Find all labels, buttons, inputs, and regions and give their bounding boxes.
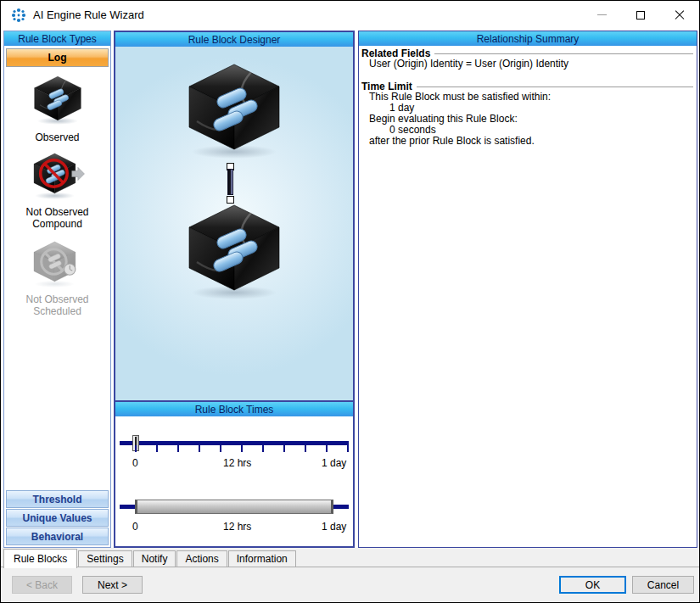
rule-block-types-panel: Rule Block Types Log Observed bbox=[3, 31, 111, 548]
rule-block-cube-2[interactable] bbox=[181, 201, 288, 301]
unique-values-category-button[interactable]: Unique Values bbox=[6, 509, 109, 527]
block-link-connector[interactable] bbox=[225, 163, 237, 204]
time-slider-2-range-bar[interactable] bbox=[135, 500, 333, 514]
observed-cube-icon[interactable] bbox=[31, 74, 85, 126]
close-button[interactable] bbox=[660, 1, 699, 29]
wizard-tabstrip: Rule Blocks Settings Notify Actions Info… bbox=[1, 549, 699, 567]
not-observed-compound-cube-icon[interactable] bbox=[30, 148, 86, 203]
tab-actions[interactable]: Actions bbox=[176, 550, 227, 567]
tab-rule-blocks[interactable]: Rule Blocks bbox=[3, 549, 77, 568]
cancel-button[interactable]: Cancel bbox=[632, 576, 694, 594]
not-observed-compound-label: Not Observed Compound bbox=[17, 206, 98, 230]
title-bar: AI Engine Rule Wizard bbox=[1, 1, 699, 29]
log-category-button[interactable]: Log bbox=[6, 48, 109, 67]
window-title: AI Engine Rule Wizard bbox=[33, 8, 144, 21]
relationship-summary-header: Relationship Summary bbox=[359, 31, 697, 46]
rule-block-designer-header: Rule Block Designer bbox=[115, 32, 353, 47]
maximize-icon bbox=[636, 11, 645, 20]
slider2-label-0: 0 bbox=[132, 522, 138, 532]
related-fields-value: User (Origin) Identity = User (Origin) I… bbox=[369, 59, 568, 70]
back-button[interactable]: < Back bbox=[12, 576, 72, 594]
minimize-icon bbox=[597, 14, 607, 15]
tab-information[interactable]: Information bbox=[228, 550, 296, 567]
threshold-category-button[interactable]: Threshold bbox=[6, 490, 109, 508]
observed-label: Observed bbox=[17, 131, 98, 143]
relationship-summary-panel: Relationship Summary Related Fields User… bbox=[358, 31, 697, 548]
slider1-label-12hrs: 12 hrs bbox=[223, 458, 251, 468]
tab-notify[interactable]: Notify bbox=[133, 550, 176, 567]
rule-block-designer-panel: Rule Block Designer bbox=[114, 31, 355, 548]
next-button[interactable]: Next > bbox=[82, 576, 143, 594]
link-bar[interactable] bbox=[227, 169, 233, 195]
ok-button[interactable]: OK bbox=[559, 576, 626, 594]
minimize-button[interactable] bbox=[582, 1, 621, 29]
rule-block-times-area: 0 12 hrs 1 day 0 12 hrs 1 day bbox=[115, 416, 353, 546]
slider2-label-1day: 1 day bbox=[322, 522, 346, 532]
tab-settings[interactable]: Settings bbox=[78, 550, 132, 567]
slider1-label-0: 0 bbox=[132, 458, 138, 468]
designer-canvas[interactable] bbox=[115, 47, 353, 402]
wizard-bottom-area: Rule Blocks Settings Notify Actions Info… bbox=[1, 548, 699, 602]
heading-rule-line bbox=[417, 87, 693, 88]
time-limit-line-5: after the prior Rule Block is satisfied. bbox=[369, 136, 535, 147]
close-icon bbox=[675, 10, 685, 20]
rule-block-times-header: Rule Block Times bbox=[115, 402, 353, 416]
slider1-label-1day: 1 day bbox=[322, 458, 346, 468]
rule-block-cube-1[interactable] bbox=[181, 60, 288, 160]
maximize-button[interactable] bbox=[621, 1, 660, 29]
heading-rule-line bbox=[434, 53, 693, 55]
not-observed-scheduled-cube-icon bbox=[30, 237, 86, 291]
rule-block-types-header: Rule Block Types bbox=[4, 31, 110, 46]
time-slider-1-ticks bbox=[135, 445, 349, 452]
slider2-label-12hrs: 12 hrs bbox=[223, 522, 251, 532]
logrhythm-logo-icon bbox=[10, 7, 27, 24]
ai-engine-rule-wizard-window: AI Engine Rule Wizard Rule Block Types L… bbox=[0, 0, 700, 603]
behavioral-category-button[interactable]: Behavioral bbox=[6, 528, 109, 545]
not-observed-scheduled-label: Not Observed Scheduled bbox=[17, 293, 98, 317]
